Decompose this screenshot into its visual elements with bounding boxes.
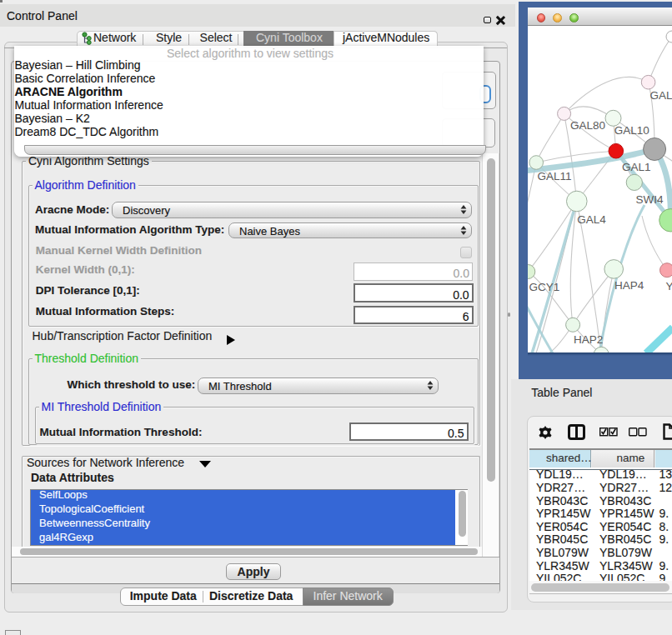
svg-text:SWI4: SWI4 [635, 193, 663, 206]
svg-text:HAP2: HAP2 [574, 333, 603, 346]
svg-text:GAL1: GAL1 [622, 160, 651, 172]
svg-text:GAL80: GAL80 [570, 119, 605, 132]
svg-text:Y: Y [666, 279, 672, 292]
svg-text:GAL4: GAL4 [577, 212, 606, 225]
svg-text:GAL10: GAL10 [614, 124, 649, 137]
svg-text:HAP4: HAP4 [614, 278, 644, 291]
svg-text:GAL11: GAL11 [538, 170, 572, 182]
svg-text:GCY1: GCY1 [529, 281, 560, 293]
svg-text:GAL: GAL [650, 89, 672, 102]
